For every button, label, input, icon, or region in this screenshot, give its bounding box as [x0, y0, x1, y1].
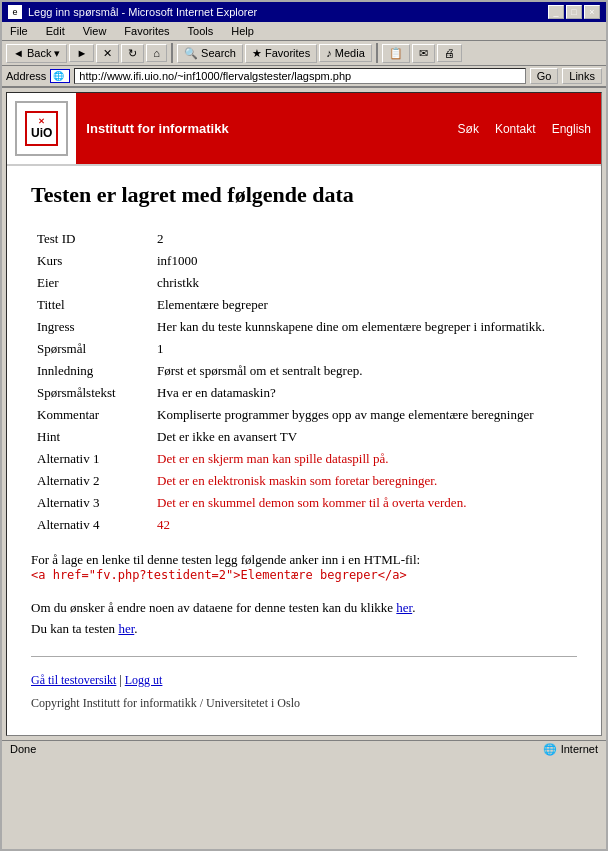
field-label: Alternativ 1: [31, 448, 151, 470]
data-table: Test ID2Kursinf1000EierchristkkTittelEle…: [31, 228, 577, 536]
nav-link-contact[interactable]: Kontakt: [495, 122, 536, 136]
mail-button[interactable]: ✉: [412, 44, 435, 63]
menu-edit[interactable]: Edit: [42, 24, 69, 38]
take-end: .: [134, 621, 137, 636]
table-row: InnledningFørst et spørsmål om et sentra…: [31, 360, 577, 382]
favorites-button[interactable]: ★ Favorites: [245, 44, 317, 63]
field-label: Eier: [31, 272, 151, 294]
menu-help[interactable]: Help: [227, 24, 258, 38]
menu-view[interactable]: View: [79, 24, 111, 38]
toolbar-separator: [171, 43, 173, 63]
history-button[interactable]: 📋: [382, 44, 410, 63]
field-label: Tittel: [31, 294, 151, 316]
nav-bar: Institutt for informatikk Søk Kontakt En…: [76, 93, 601, 164]
maximize-button[interactable]: □: [566, 5, 582, 19]
field-value: Først et spørsmål om et sentralt begrep.: [151, 360, 577, 382]
menu-tools[interactable]: Tools: [184, 24, 218, 38]
media-button[interactable]: ♪ Media: [319, 44, 372, 62]
refresh-button[interactable]: ↻: [121, 44, 144, 63]
field-label: Alternativ 4: [31, 514, 151, 536]
logout-link[interactable]: Logg ut: [125, 673, 163, 687]
nav-link-english[interactable]: English: [552, 122, 591, 136]
field-value: Det er en skummel demon som kommer til å…: [151, 492, 577, 514]
browser-icon: e: [8, 5, 22, 19]
anchor-code: <a href="fv.php?testident=2">Elementære …: [31, 568, 577, 582]
back-button[interactable]: ◄ Back ▾: [6, 44, 67, 63]
field-label: Kommentar: [31, 404, 151, 426]
search-button[interactable]: 🔍 Search: [177, 44, 243, 63]
field-label: Test ID: [31, 228, 151, 250]
field-label: Kurs: [31, 250, 151, 272]
status-bar: Done 🌐 Internet: [2, 740, 606, 758]
field-label: Ingress: [31, 316, 151, 338]
footer-links: Gå til testoversikt | Logg ut: [31, 673, 577, 688]
table-row: Alternativ 2Det er en elektronisk maskin…: [31, 470, 577, 492]
field-value: Det er en elektronisk maskin som foretar…: [151, 470, 577, 492]
table-row: Alternativ 3Det er en skummel demon som …: [31, 492, 577, 514]
table-row: Kursinf1000: [31, 250, 577, 272]
field-value: Hva er en datamaskin?: [151, 382, 577, 404]
address-bar: Address 🌐 Go Links: [2, 66, 606, 88]
field-value: Det er ikke en avansert TV: [151, 426, 577, 448]
edit-section: Om du ønsker å endre noen av dataene for…: [31, 598, 577, 640]
field-label: Spørsmålstekst: [31, 382, 151, 404]
nav-links: Søk Kontakt English: [458, 122, 591, 136]
title-bar: e Legg inn spørsmål - Microsoft Internet…: [2, 2, 606, 22]
menu-file[interactable]: File: [6, 24, 32, 38]
edit-text-1: Om du ønsker å endre noen av dataene for…: [31, 600, 396, 615]
field-label: Hint: [31, 426, 151, 448]
page-content: ✕ UiO Institutt for informatikk Søk Kont…: [6, 92, 602, 736]
window-controls[interactable]: _ □ ×: [548, 5, 600, 19]
edit-link[interactable]: her: [396, 600, 412, 615]
minimize-button[interactable]: _: [548, 5, 564, 19]
table-row: IngressHer kan du teste kunnskapene dine…: [31, 316, 577, 338]
edit-text-2: .: [412, 600, 415, 615]
field-value: christkk: [151, 272, 577, 294]
print-button[interactable]: 🖨: [437, 44, 462, 62]
menu-favorites[interactable]: Favorites: [120, 24, 173, 38]
page-title: Testen er lagret med følgende data: [31, 182, 577, 208]
logo-text: UiO: [31, 126, 52, 140]
copyright: Copyright Institutt for informatikk / Un…: [31, 696, 577, 711]
home-button[interactable]: ⌂: [146, 44, 167, 62]
stop-button[interactable]: ✕: [96, 44, 119, 63]
footer-separator: |: [116, 673, 124, 687]
table-row: SpørsmålstekstHva er en datamaskin?: [31, 382, 577, 404]
window-title: Legg inn spørsmål - Microsoft Internet E…: [28, 6, 257, 18]
table-row: HintDet er ikke en avansert TV: [31, 426, 577, 448]
divider: [31, 656, 577, 657]
test-overview-link[interactable]: Gå til testoversikt: [31, 673, 116, 687]
field-label: Innledning: [31, 360, 151, 382]
field-value: 42: [151, 514, 577, 536]
nav-link-search[interactable]: Søk: [458, 122, 479, 136]
field-value: 1: [151, 338, 577, 360]
table-row: Alternativ 442: [31, 514, 577, 536]
field-value: Her kan du teste kunnskapene dine om ele…: [151, 316, 577, 338]
take-link[interactable]: her: [118, 621, 134, 636]
uio-logo: ✕ UiO: [15, 101, 68, 156]
forward-button[interactable]: ►: [69, 44, 94, 62]
toolbar: ◄ Back ▾ ► ✕ ↻ ⌂ 🔍 Search ★ Favorites ♪ …: [2, 41, 606, 66]
site-header: ✕ UiO Institutt for informatikk Søk Kont…: [7, 93, 601, 166]
close-button[interactable]: ×: [584, 5, 600, 19]
field-value: 2: [151, 228, 577, 250]
field-label: Alternativ 2: [31, 470, 151, 492]
menu-bar: File Edit View Favorites Tools Help: [2, 22, 606, 41]
anchor-intro: For å lage en lenke til denne testen leg…: [31, 552, 577, 568]
table-row: KommentarKompliserte programmer bygges o…: [31, 404, 577, 426]
table-row: Alternativ 1Det er en skjerm man kan spi…: [31, 448, 577, 470]
nav-title: Institutt for informatikk: [86, 121, 228, 136]
field-value: inf1000: [151, 250, 577, 272]
take-text: Du kan ta testen: [31, 621, 118, 636]
anchor-section: For å lage en lenke til denne testen leg…: [31, 552, 577, 582]
status-text: Done: [10, 743, 36, 755]
address-label: Address: [6, 70, 46, 82]
field-label: Spørsmål: [31, 338, 151, 360]
field-label: Alternativ 3: [31, 492, 151, 514]
table-row: Spørsmål1: [31, 338, 577, 360]
address-input[interactable]: [74, 68, 525, 84]
go-button[interactable]: Go: [530, 68, 559, 84]
toolbar-separator-2: [376, 43, 378, 63]
zone-text: Internet: [561, 743, 598, 755]
links-button[interactable]: Links: [562, 68, 602, 84]
